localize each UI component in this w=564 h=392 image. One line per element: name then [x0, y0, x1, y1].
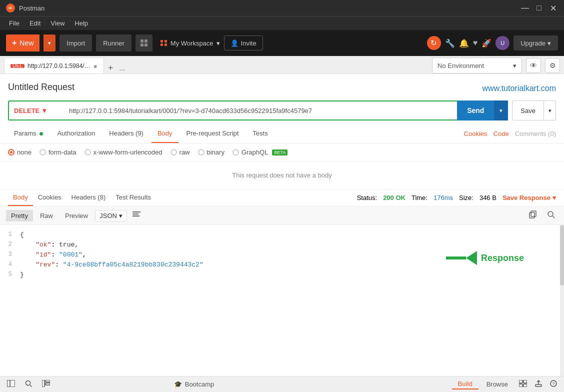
format-pretty[interactable]: Pretty: [6, 210, 33, 222]
upload-button[interactable]: [532, 379, 545, 390]
radio-graphql[interactable]: GraphQL BETA: [232, 148, 288, 156]
upgrade-button[interactable]: Upgrade ▾: [514, 36, 558, 50]
scrollbar-thumb[interactable]: [560, 225, 564, 286]
eye-icon: 👁: [530, 62, 537, 70]
workspace-button[interactable]: My Workspace ▾: [160, 34, 220, 52]
close-button[interactable]: ✕: [548, 4, 558, 13]
status-value: 200 OK: [383, 194, 406, 202]
maximize-button[interactable]: □: [534, 4, 544, 13]
radio-none-label: none: [17, 148, 32, 156]
sync-icon: ↻: [430, 38, 437, 48]
new-tab-button[interactable]: +: [105, 63, 116, 74]
tab-tests[interactable]: Tests: [246, 124, 274, 143]
request-tab[interactable]: DEL http://127.0.0.1:5984/tutorialk... ●: [4, 58, 104, 74]
new-button[interactable]: + New: [6, 34, 40, 52]
search-bottom-button[interactable]: [22, 379, 35, 390]
tab-authorization[interactable]: Authorization: [51, 124, 101, 143]
history-button[interactable]: [39, 379, 53, 390]
code-line-2: 2 "ok": true,: [0, 240, 564, 250]
upgrade-chevron-icon: ▾: [548, 40, 551, 47]
svg-rect-10: [530, 212, 534, 218]
svg-rect-18: [46, 380, 50, 382]
new-dropdown-button[interactable]: ▾: [44, 34, 56, 52]
plus-icon: +: [12, 38, 16, 48]
response-area: Body Cookies Headers (8) Test Results St…: [0, 189, 564, 376]
url-input[interactable]: [63, 100, 457, 120]
svg-rect-14: [7, 380, 15, 387]
tab-authorization-label: Authorization: [57, 130, 95, 137]
copy-button[interactable]: [526, 210, 540, 222]
sidebar-toggle-button[interactable]: [4, 379, 18, 390]
line-content-1: {: [20, 231, 564, 238]
heart-icon[interactable]: ♥: [473, 38, 478, 48]
code-link[interactable]: Code: [494, 130, 509, 138]
notifications-bell-icon[interactable]: 🔔: [459, 38, 469, 48]
workspace-label: My Workspace: [170, 40, 214, 47]
save-dropdown-button[interactable]: ▾: [544, 100, 556, 120]
resp-tab-headers[interactable]: Headers (8): [66, 190, 111, 206]
menu-view[interactable]: View: [46, 18, 70, 28]
runner-button[interactable]: Runner: [96, 34, 132, 52]
menu-help[interactable]: Help: [70, 18, 93, 28]
send-label: Send: [467, 106, 484, 114]
status-label: Status:: [357, 194, 377, 202]
send-dropdown-button[interactable]: ▾: [494, 100, 508, 120]
minimize-button[interactable]: —: [520, 4, 530, 13]
help-button[interactable]: ?: [547, 379, 560, 390]
tab-headers[interactable]: Headers (9): [103, 124, 150, 143]
tab-params[interactable]: Params: [8, 124, 49, 143]
tab-body[interactable]: Body: [152, 124, 178, 143]
invite-button[interactable]: 👤 Invite: [224, 36, 263, 50]
layout-button[interactable]: [136, 34, 152, 52]
line-num-1: 1: [0, 231, 20, 238]
radio-binary[interactable]: binary: [198, 148, 224, 156]
help-icon: ?: [550, 380, 557, 387]
copy-icon: [529, 210, 537, 218]
build-tab[interactable]: Build: [452, 379, 478, 390]
svg-text:✉: ✉: [8, 6, 12, 10]
send-button[interactable]: Send: [457, 100, 494, 120]
code-line-5: 5 }: [0, 270, 564, 280]
cookies-link[interactable]: Cookies: [464, 130, 488, 138]
browse-tab[interactable]: Browse: [480, 379, 514, 390]
time-label: Time:: [412, 194, 428, 202]
resp-tab-tests[interactable]: Test Results: [110, 190, 156, 206]
environment-select[interactable]: No Environment ▾: [432, 58, 522, 74]
method-label: DELETE: [14, 107, 40, 114]
tab-pre-request[interactable]: Pre-request Script: [180, 124, 245, 143]
format-raw[interactable]: Raw: [35, 210, 58, 222]
grid-bottom-button[interactable]: [516, 379, 530, 390]
method-select[interactable]: DELETE ▾: [8, 100, 63, 120]
import-button[interactable]: Import: [60, 34, 92, 52]
save-response-button[interactable]: Save Response ▾: [502, 194, 556, 202]
tab-more-button[interactable]: ···: [116, 66, 128, 74]
no-body-text: This request does not have a body: [232, 172, 332, 179]
beta-badge: BETA: [272, 150, 288, 156]
radio-form-data[interactable]: form-data: [40, 148, 76, 156]
resp-tab-cookies[interactable]: Cookies: [33, 190, 66, 206]
user-avatar[interactable]: U: [496, 36, 510, 50]
env-chevron-icon: ▾: [513, 62, 516, 70]
radio-none[interactable]: none: [8, 148, 32, 156]
comments-link[interactable]: Comments (0): [515, 130, 556, 138]
menu-edit[interactable]: Edit: [24, 18, 46, 28]
rocket-icon[interactable]: 🚀: [482, 38, 492, 48]
body-options: none form-data x-www-form-urlencoded raw…: [0, 144, 564, 162]
save-button[interactable]: Save: [512, 100, 544, 120]
wrap-lines-button[interactable]: [129, 210, 144, 222]
history-icon: [42, 380, 50, 387]
env-eye-button[interactable]: 👁: [526, 58, 541, 73]
sync-button[interactable]: ↻: [427, 36, 441, 50]
radio-urlencoded[interactable]: x-www-form-urlencoded: [84, 148, 162, 156]
svg-rect-5: [144, 44, 148, 46]
radio-raw[interactable]: raw: [170, 148, 190, 156]
settings-icon[interactable]: 🔧: [445, 38, 455, 48]
tab-close-icon[interactable]: ●: [94, 62, 98, 70]
search-button[interactable]: [544, 210, 558, 222]
env-settings-button[interactable]: ⚙: [545, 58, 560, 73]
resp-tab-body[interactable]: Body: [8, 190, 33, 206]
save-response-chevron-icon: ▾: [552, 194, 556, 202]
json-format-select[interactable]: JSON ▾: [95, 210, 127, 222]
format-preview[interactable]: Preview: [60, 210, 93, 222]
menu-file[interactable]: File: [4, 18, 24, 28]
